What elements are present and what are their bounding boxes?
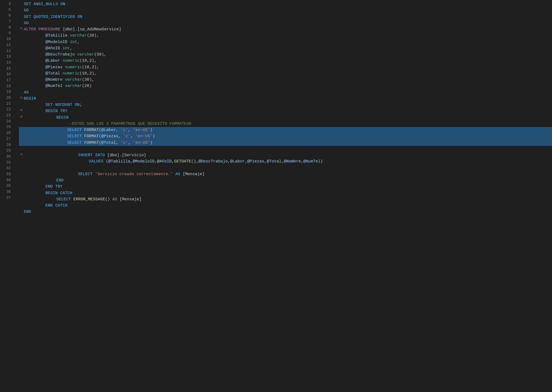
line-number: 13 [2,54,11,60]
token [72,103,75,107]
token [63,77,65,82]
token: END [45,203,53,208]
token: [Mensaje] [117,197,142,202]
token: 'en-US' [133,141,150,145]
token: , [155,159,157,164]
fold-indicator[interactable]: ⊟ [19,26,24,31]
token [53,184,55,189]
token: @NumTel [303,159,320,164]
code-content: BEGIN [24,96,552,102]
token: AS [175,172,180,177]
token [82,134,84,139]
token: 'en-US' [135,134,152,139]
token: , [128,128,133,132]
token: @DescTrabajo [198,159,228,164]
code-line: BEGIN CATCH [19,190,552,196]
fold-indicator[interactable]: ⊟ [19,108,24,113]
token: CATCH [60,191,72,195]
token: ERROR_MESSAGE [73,197,105,202]
token [58,109,60,113]
code-content: SET NOCOUNT ON; [24,102,552,108]
token: @Piezas [247,159,264,164]
token: SELECT [67,134,82,139]
line-number: 6 [2,13,11,19]
token: SELECT [78,172,93,177]
token: , [116,141,121,145]
token: @Total [45,71,60,76]
token: @AñoID [45,46,60,51]
code-line: @Tablilla varchar(20), [19,32,552,39]
token [58,191,60,195]
fold-indicator[interactable]: ⊟ [19,96,24,100]
fold-indicator[interactable]: ⊟ [19,152,24,157]
line-number: 20 [2,95,11,101]
token: BEGIN [24,96,36,101]
token: @ModeloID [45,40,67,44]
line-number: 7 [2,19,11,25]
code-line: GO [19,7,552,14]
line-number: 31 [2,160,11,166]
token: SET [24,15,31,19]
token: @ModeloID [133,159,155,164]
token: , [77,40,80,44]
fold-indicator[interactable]: ⊟ [19,115,24,119]
token: ANSI_NULLS [34,2,58,6]
token [60,71,63,76]
code-content: END [24,209,552,215]
code-line: @NumTel varchar(20) [19,83,552,89]
token: GO [24,21,29,25]
line-number: 11 [2,42,11,48]
token: , [281,159,284,164]
token: (50), [94,52,106,57]
code-content: @Tablilla varchar(20), [24,32,552,39]
token: ( [99,134,101,139]
token: TRY [60,109,67,113]
code-line: @ModeloID int, [19,39,552,45]
token: 'c' [123,134,130,139]
token: END [56,178,64,183]
token: 'Servicio creado correctamente.' [95,172,173,177]
token: varchar [70,33,87,38]
code-line [19,146,552,152]
token: AS [112,197,117,202]
token: @Tablilla [45,33,67,38]
code-line: AS [19,89,552,96]
line-number: 17 [2,77,11,83]
token: (18,2), [80,58,97,63]
token: INTO [95,153,105,158]
code-area: SET ANSI_NULLS ONGOSET QUOTED_IDENTIFIER… [17,1,552,392]
token: int [70,40,77,44]
token: (30), [82,77,94,82]
token [75,52,77,57]
code-content: SELECT FORMAT(@Piezas, 'c', 'en-US') [24,133,552,139]
code-line: SELECT FORMAT(@Labor, 'c', 'en-US') [19,127,552,133]
token [31,15,34,19]
line-number: 8 [2,25,11,31]
code-line: ⊟ALTER PROCEDURE [dbo].[sp_AddNewService… [19,26,552,32]
token: BEGIN [45,109,58,113]
token: @Nombre [45,77,63,82]
code-content: INSERT INTO [dbo].[Servicio] [24,152,552,158]
token [67,40,70,44]
line-number: 12 [2,48,11,54]
token: @NumTel [45,84,63,88]
token: SET [45,103,53,107]
token: ) [320,159,323,164]
code-content: @AñoID int, [24,45,552,51]
token: QUOTED_IDENTIFIER [34,15,75,19]
code-line: @Nombre varchar(30), [19,77,552,83]
token: , [70,46,72,51]
token: , [118,134,123,139]
code-line: SET QUOTED_IDENTIFIER ON [19,14,552,20]
token [53,103,55,107]
token: (20) [82,84,92,88]
code-content: BEGIN TRY [24,108,552,114]
token: ON [77,15,82,19]
line-number: 26 [2,130,11,136]
token [63,84,65,88]
token: ) [150,128,152,132]
code-line: SET NOCOUNT ON; [19,102,552,108]
code-content: SELECT ERROR_MESSAGE() AS [Mensaje] [24,196,552,202]
editor-container: 4567891011121314151617181920212223242526… [0,0,552,392]
line-number: 22 [2,107,11,113]
